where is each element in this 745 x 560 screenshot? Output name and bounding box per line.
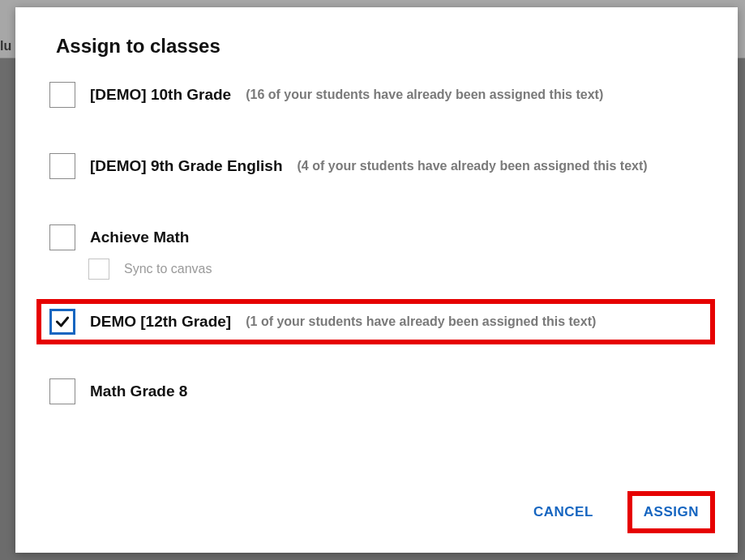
- assign-dialog: Assign to classes [DEMO] 10th Grade (16 …: [15, 7, 738, 553]
- class-row-main: [DEMO] 10th Grade (16 of your students h…: [49, 82, 704, 108]
- class-row-main: DEMO [12th Grade] (1 of your students ha…: [49, 309, 702, 335]
- class-checkbox[interactable]: [49, 224, 75, 250]
- sync-checkbox[interactable]: [88, 259, 109, 280]
- class-row-math8: Math Grade 8: [38, 374, 715, 409]
- class-row-main: [DEMO] 9th Grade English (4 of your stud…: [49, 153, 704, 179]
- class-checkbox[interactable]: [49, 82, 75, 108]
- class-checkbox[interactable]: [49, 309, 75, 335]
- class-name: [DEMO] 10th Grade: [90, 86, 231, 104]
- class-name: DEMO [12th Grade]: [90, 313, 231, 331]
- class-checkbox[interactable]: [49, 153, 75, 179]
- dialog-title: Assign to classes: [56, 35, 715, 58]
- class-note: (16 of your students have already been a…: [246, 88, 603, 102]
- cancel-button[interactable]: CANCEL: [520, 494, 606, 530]
- class-row-9th: [DEMO] 9th Grade English (4 of your stud…: [38, 148, 715, 184]
- class-name: Achieve Math: [90, 229, 189, 246]
- sync-label: Sync to canvas: [124, 262, 212, 276]
- class-row-main: Achieve Math: [49, 224, 704, 250]
- class-row-12th: DEMO [12th Grade] (1 of your students ha…: [36, 299, 715, 344]
- class-note: (4 of your students have already been as…: [298, 159, 648, 173]
- class-checkbox[interactable]: [49, 378, 75, 404]
- checkmark-icon: [54, 314, 71, 330]
- class-list: [DEMO] 10th Grade (16 of your students h…: [38, 77, 715, 491]
- class-row-10th: [DEMO] 10th Grade (16 of your students h…: [38, 77, 715, 113]
- class-row-achieve: Achieve Math Sync to canvas: [38, 220, 715, 284]
- sync-row: Sync to canvas: [88, 259, 704, 280]
- class-row-main: Math Grade 8: [49, 378, 704, 404]
- dialog-actions: CANCEL ASSIGN: [38, 491, 715, 533]
- class-name: Math Grade 8: [90, 383, 187, 400]
- class-name: [DEMO] 9th Grade English: [90, 157, 283, 175]
- class-note: (1 of your students have already been as…: [246, 314, 596, 329]
- assign-button[interactable]: ASSIGN: [627, 491, 715, 533]
